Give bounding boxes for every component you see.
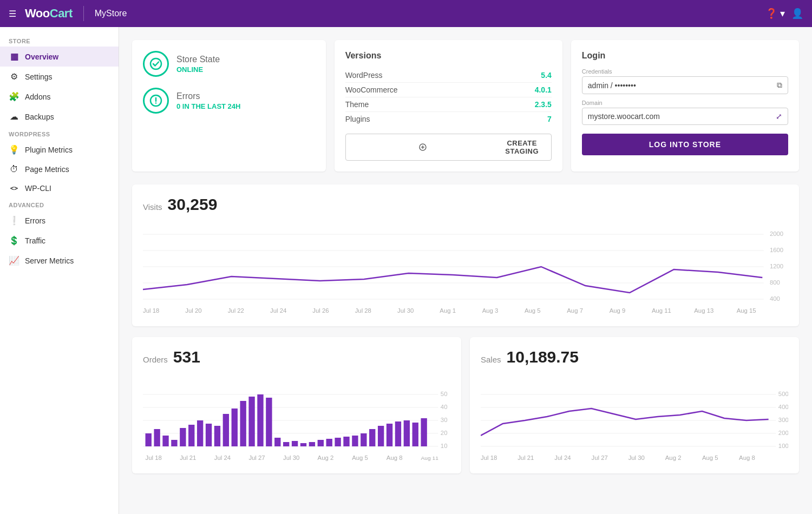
svg-text:Jul 30: Jul 30 <box>628 455 645 461</box>
orders-chart-section: Orders 531 10 20 30 40 <box>132 337 461 473</box>
svg-rect-57 <box>292 441 298 446</box>
orders-label: Orders <box>143 355 168 364</box>
page-metrics-icon: ⏱ <box>9 164 19 174</box>
visits-value: 30,259 <box>168 195 218 214</box>
backups-icon: ☁ <box>9 111 19 122</box>
svg-rect-43 <box>171 440 177 446</box>
copy-icon[interactable]: ⧉ <box>777 81 782 90</box>
visits-label: Visits <box>143 202 162 212</box>
svg-text:1600: 1600 <box>770 247 783 253</box>
svg-text:Aug 3: Aug 3 <box>482 308 499 314</box>
svg-rect-65 <box>361 433 366 446</box>
store-name: MyStore <box>95 9 127 18</box>
version-name: Plugins <box>345 115 370 123</box>
overview-icon: ▦ <box>9 51 19 62</box>
svg-rect-62 <box>335 438 340 446</box>
visits-chart-section: Visits 30,259 400 800 1200 1600 2000 <box>132 184 799 326</box>
versions-title: Versions <box>345 51 552 61</box>
sidebar-item-wp-cli[interactable]: <> WP-CLI <box>0 179 119 197</box>
svg-text:300: 300 <box>778 417 788 423</box>
svg-text:400: 400 <box>778 404 788 410</box>
version-name: Theme <box>345 100 369 109</box>
help-button[interactable]: ❓ ▾ <box>765 8 785 19</box>
sidebar-item-overview[interactable]: ▦ Overview <box>0 47 119 67</box>
sidebar-item-addons[interactable]: 🧩 Addons <box>0 87 119 107</box>
sidebar-item-backups[interactable]: ☁ Backups <box>0 107 119 127</box>
svg-rect-64 <box>352 436 358 446</box>
svg-text:2000: 2000 <box>770 231 783 237</box>
external-link-icon[interactable]: ⤢ <box>776 112 782 121</box>
svg-text:Aug 13: Aug 13 <box>694 308 713 314</box>
store-state-circle <box>143 51 169 77</box>
log-into-store-button[interactable]: LOG INTO STORE <box>582 134 788 155</box>
svg-text:200: 200 <box>778 430 788 436</box>
svg-rect-54 <box>266 398 272 446</box>
svg-rect-59 <box>309 442 315 446</box>
sidebar-item-errors[interactable]: ❕ Errors <box>0 210 119 230</box>
sidebar-item-wp-cli-label: WP-CLI <box>25 184 51 193</box>
store-online-item: Store State ONLINE <box>143 51 315 77</box>
nav-divider <box>83 6 84 21</box>
credentials-field: Credentials admin / •••••••• ⧉ <box>582 68 788 94</box>
svg-text:Aug 11: Aug 11 <box>652 308 671 314</box>
domain-field: Domain mystore.woocart.com ⤢ <box>582 100 788 125</box>
svg-text:Jul 27: Jul 27 <box>591 455 607 461</box>
version-number: 4.0.1 <box>535 85 552 94</box>
svg-text:Jul 30: Jul 30 <box>283 455 299 461</box>
bottom-charts-row: Orders 531 10 20 30 40 <box>132 337 799 484</box>
svg-rect-66 <box>369 429 375 446</box>
sidebar-item-traffic[interactable]: 💲 Traffic <box>0 230 119 251</box>
svg-rect-58 <box>300 443 306 446</box>
svg-text:Jul 22: Jul 22 <box>228 308 244 314</box>
orders-chart-container: 10 20 30 40 50 <box>143 381 450 463</box>
sidebar-item-server-metrics[interactable]: 📈 Server Metrics <box>0 251 119 271</box>
logo: WooCart <box>25 6 73 21</box>
versions-card: Versions WordPress5.4WooCommerce4.0.1The… <box>335 40 562 172</box>
svg-text:Jul 24: Jul 24 <box>270 308 286 314</box>
sidebar-item-settings[interactable]: ⚙ Settings <box>0 67 119 87</box>
visits-chart-container: 400 800 1200 1600 2000 Jul 18 Jul 20 Jul… <box>143 229 788 315</box>
svg-text:50: 50 <box>441 391 448 397</box>
sidebar-item-addons-label: Addons <box>25 93 50 101</box>
domain-value: mystore.woocart.com <box>588 112 660 121</box>
sidebar-item-plugin-metrics[interactable]: 💡 Plugin Metrics <box>0 140 119 160</box>
svg-text:Aug 15: Aug 15 <box>737 308 756 314</box>
login-title: Login <box>582 51 788 61</box>
svg-rect-55 <box>274 438 280 446</box>
svg-rect-40 <box>146 433 152 446</box>
sidebar-item-traffic-label: Traffic <box>25 236 45 245</box>
nav-right: ❓ ▾ 👤 <box>765 8 803 19</box>
svg-text:500: 500 <box>778 391 788 397</box>
svg-rect-68 <box>387 424 392 446</box>
hamburger-icon[interactable]: ☰ <box>9 9 16 19</box>
sidebar-item-page-metrics[interactable]: ⏱ Page Metrics <box>0 160 119 179</box>
sales-chart-container: 100 200 300 400 500 Jul 18 Jul 21 Jul 24… <box>481 381 788 463</box>
sales-chart-section: Sales 10,189.75 100 200 300 <box>470 337 799 473</box>
errors-info: Errors 0 IN THE LAST 24H <box>176 91 240 110</box>
create-staging-button[interactable]: CREATE STAGING <box>345 134 552 161</box>
sidebar-item-server-metrics-label: Server Metrics <box>25 256 74 265</box>
credentials-input[interactable]: admin / •••••••• ⧉ <box>582 76 788 94</box>
sidebar-item-overview-label: Overview <box>25 52 58 61</box>
svg-text:Aug 5: Aug 5 <box>352 455 368 461</box>
error-icon <box>145 94 167 107</box>
svg-text:Jul 18: Jul 18 <box>143 308 159 314</box>
store-state-info: Store State ONLINE <box>176 55 220 74</box>
top-nav: ☰ WooCart MyStore ❓ ▾ 👤 <box>0 0 812 27</box>
domain-input[interactable]: mystore.woocart.com ⤢ <box>582 108 788 125</box>
account-button[interactable]: 👤 <box>791 8 803 19</box>
staging-icon <box>351 143 495 151</box>
visits-svg: 400 800 1200 1600 2000 Jul 18 Jul 20 Jul… <box>143 229 788 315</box>
store-state-value: ONLINE <box>176 65 220 74</box>
svg-rect-46 <box>197 420 203 446</box>
svg-rect-72 <box>421 418 427 446</box>
version-row: Plugins7 <box>345 112 552 126</box>
sales-svg: 100 200 300 400 500 Jul 18 Jul 21 Jul 24… <box>481 381 788 463</box>
svg-text:100: 100 <box>778 443 788 449</box>
svg-text:40: 40 <box>441 404 448 410</box>
svg-text:Jul 21: Jul 21 <box>180 455 196 461</box>
wp-cli-icon: <> <box>9 184 19 192</box>
svg-text:400: 400 <box>770 296 780 302</box>
traffic-icon: 💲 <box>9 235 19 246</box>
version-name: WooCommerce <box>345 85 398 94</box>
